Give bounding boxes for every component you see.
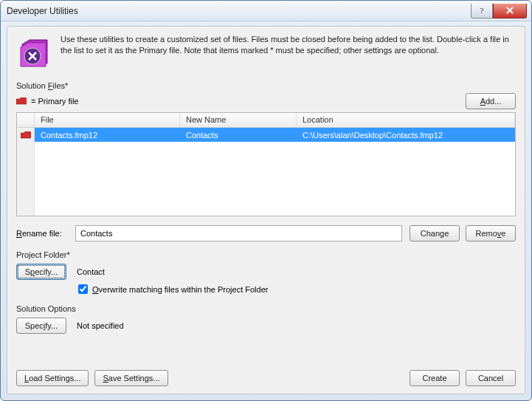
table-header: File New Name Location <box>35 113 515 128</box>
close-button[interactable] <box>493 4 527 18</box>
change-button[interactable]: Change <box>410 225 460 241</box>
window-title: Developer Utilities <box>7 6 471 16</box>
primary-legend-text: = Primary file <box>31 97 79 106</box>
folder-icon <box>16 97 27 105</box>
cancel-button[interactable]: Cancel <box>466 370 516 386</box>
project-folder-path: Contact <box>77 267 105 276</box>
files-table: File New Name Location Contacts.fmp12 Co… <box>16 112 516 216</box>
specify-options-button[interactable]: Specify... <box>16 318 66 334</box>
solution-options-label: Solution Options <box>16 304 516 313</box>
overwrite-checkbox[interactable] <box>78 284 88 294</box>
load-settings-button[interactable]: Load Settings... <box>16 370 89 386</box>
window: Developer Utilities ? Use these utiliti <box>0 0 532 401</box>
help-icon: ? <box>478 6 486 15</box>
rename-input[interactable] <box>75 225 402 241</box>
client-area: Use these utilities to create a customiz… <box>7 26 525 394</box>
titlebar-buttons: ? <box>471 4 527 18</box>
table-gutter <box>17 113 35 216</box>
save-settings-button[interactable]: Save Settings... <box>94 370 167 386</box>
overwrite-row: Overwrite matching files within the Proj… <box>78 284 516 294</box>
svg-text:?: ? <box>480 6 484 15</box>
titlebar: Developer Utilities ? <box>1 1 531 21</box>
overwrite-label: Overwrite matching files within the Proj… <box>92 285 268 294</box>
col-file[interactable]: File <box>35 113 180 127</box>
table-body: File New Name Location Contacts.fmp12 Co… <box>35 113 515 216</box>
solution-options-row: Specify... Not specified <box>16 318 516 334</box>
footer: Load Settings... Save Settings... Create… <box>16 370 516 386</box>
intro-text: Use these utilities to create a customiz… <box>61 34 516 71</box>
intro: Use these utilities to create a customiz… <box>16 34 516 71</box>
col-location[interactable]: Location <box>297 113 515 127</box>
solution-files-label: Solution Files* <box>16 81 516 90</box>
cell-newname: Contacts <box>180 129 297 141</box>
specify-folder-button[interactable]: Specify... <box>16 264 66 280</box>
folder-icon <box>21 131 31 139</box>
rename-label: Rename file: <box>16 229 68 238</box>
project-folder-label: Project Folder* <box>16 250 516 259</box>
remove-button[interactable]: Remove <box>466 225 516 241</box>
project-folder-row: Specify... Contact <box>16 264 516 280</box>
add-button[interactable]: Add... <box>466 93 516 109</box>
primary-legend: = Primary file <box>16 97 79 106</box>
solution-files-header: = Primary file Add... <box>16 93 516 109</box>
primary-marker <box>17 128 34 142</box>
col-newname[interactable]: New Name <box>180 113 297 127</box>
solution-options-status: Not specified <box>77 321 124 330</box>
cell-file: Contacts.fmp12 <box>35 129 180 141</box>
help-button[interactable]: ? <box>471 4 493 18</box>
create-button[interactable]: Create <box>410 370 460 386</box>
table-row[interactable]: Contacts.fmp12 Contacts C:\Users\alan\De… <box>35 128 515 142</box>
app-icon <box>16 34 53 71</box>
cell-location: C:\Users\alan\Desktop\Contacts.fmp12 <box>297 129 515 141</box>
close-icon <box>505 6 514 15</box>
rename-row: Rename file: Change Remove <box>16 225 516 241</box>
